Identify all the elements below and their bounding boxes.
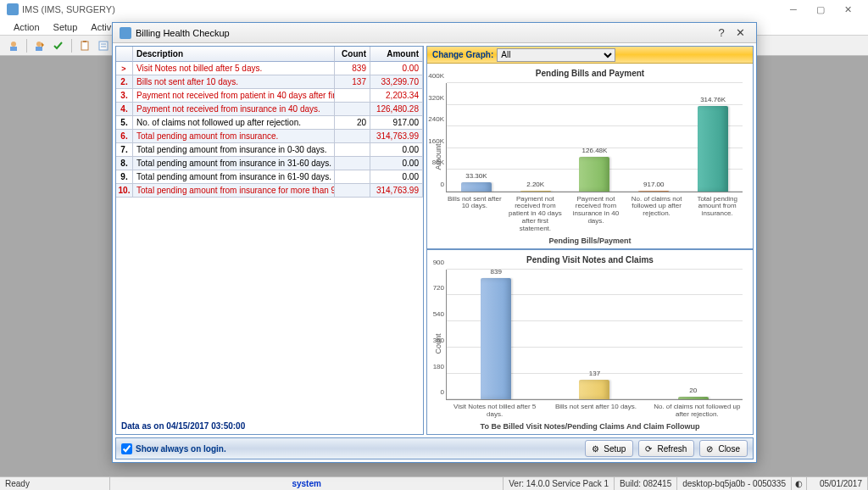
app-icon (7, 3, 19, 15)
check-icon[interactable] (50, 38, 67, 53)
chart-bar: 20 (644, 270, 743, 400)
show-always-label: Show always on login. (136, 444, 226, 454)
chart-bar: 33.30K (447, 83, 506, 192)
svg-rect-3 (36, 47, 42, 51)
bar-value-label: 137 (589, 370, 600, 377)
close-footer-button[interactable]: ⊘ Close (699, 440, 748, 457)
row-description: Visit Notes not billed after 5 days. (133, 62, 335, 75)
y-axis-label: Amount (432, 80, 444, 235)
row-number: 6. (116, 130, 133, 143)
row-amount: 126,480.28 (370, 103, 423, 116)
change-graph-select[interactable]: All (497, 48, 615, 62)
statusbar: Ready system Ver: 14.0.0 Service Pack 1 … (0, 476, 868, 490)
row-description: No. of claims not followed up after reje… (133, 116, 335, 130)
menu-setup[interactable]: Setup (47, 22, 85, 32)
dialog-titlebar[interactable]: Billing Health Checkup ? ✕ (113, 23, 756, 43)
col-header-amount[interactable]: Amount (370, 47, 423, 62)
change-graph-label: Change Graph: (432, 50, 493, 59)
refresh-icon: ⟳ (643, 443, 654, 454)
row-description: Payment not received from patient in 40 … (133, 89, 335, 103)
table-row[interactable]: 9.Total pending amount from insurance in… (116, 170, 423, 184)
bar-value-label: 33.30K (465, 172, 487, 180)
col-header-count[interactable]: Count (335, 47, 370, 62)
table-row[interactable]: 3.Payment not received from patient in 4… (116, 89, 423, 103)
chart-bar: 137 (545, 270, 643, 400)
row-amount: 314,763.99 (370, 130, 423, 143)
svg-rect-4 (81, 42, 88, 50)
bar-value-label: 917.00 (643, 181, 664, 188)
refresh-button-label: Refresh (657, 444, 687, 454)
main-titlebar: IMS (IMS, SURGERY) ─ ▢ ✕ (0, 0, 868, 19)
x-category-label: No. of claims not followed up after reje… (626, 194, 687, 235)
row-amount: 33,299.70 (370, 75, 423, 89)
table-row[interactable]: 5.No. of claims not followed up after re… (116, 116, 423, 130)
show-always-on-login-checkbox[interactable]: Show always on login. (121, 443, 226, 454)
bar-value-label: 126.48K (582, 147, 608, 154)
col-header-num[interactable] (116, 47, 133, 62)
row-amount: 0.00 (370, 143, 423, 157)
chart-title: Pending Bills and Payment (432, 69, 748, 78)
close-icon: ⊘ (704, 443, 715, 454)
table-row[interactable]: 7.Total pending amount from insurance in… (116, 143, 423, 157)
row-description: Total pending amount from insurance in 6… (133, 170, 335, 184)
x-category-label: Total pending amount from insurance. (687, 194, 748, 235)
table-row[interactable]: 4.Payment not received from insurance in… (116, 103, 423, 116)
row-amount: 0.00 (370, 62, 423, 75)
row-count (335, 103, 370, 116)
sheet-icon[interactable] (95, 38, 112, 53)
window-title: IMS (IMS, SURGERY) (22, 4, 115, 14)
chart-bar: 839 (447, 270, 545, 400)
setup-button[interactable]: ⚙ Setup (585, 440, 633, 457)
chart-bar: 314.76K (683, 83, 743, 192)
row-number: 8. (116, 157, 133, 170)
chart-subtitle: Pending Bills/Payment (432, 237, 748, 245)
svg-rect-1 (10, 47, 17, 51)
billing-health-checkup-dialog: Billing Health Checkup ? ✕ Description C… (112, 22, 757, 463)
dialog-close-button[interactable]: ✕ (731, 25, 749, 41)
setup-button-label: Setup (604, 444, 626, 454)
row-description: Payment not received from insurance in 4… (133, 103, 335, 116)
row-count: 20 (335, 116, 370, 130)
chart-plot: 080K160K240K320K400K33.30K2.20K126.48K91… (446, 83, 743, 192)
bar-value-label: 839 (490, 268, 501, 276)
table-row[interactable]: >Visit Notes not billed after 5 days.839… (116, 62, 423, 75)
patient-edit-icon[interactable] (31, 38, 48, 53)
dialog-help-button[interactable]: ? (712, 25, 731, 41)
table-row[interactable]: 8.Total pending amount from insurance in… (116, 157, 423, 170)
x-category-label: Visit Notes not billed after 5 days. (444, 402, 545, 420)
row-description: Bills not sent after 10 days. (133, 75, 335, 89)
row-amount: 917.00 (370, 116, 423, 130)
patient-icon[interactable] (5, 38, 22, 53)
row-count (335, 157, 370, 170)
table-row[interactable]: 2.Bills not sent after 10 days.13733,299… (116, 75, 423, 89)
row-number: 5. (116, 116, 133, 130)
dialog-title: Billing Health Checkup (136, 28, 230, 38)
bar-value-label: 314.76K (700, 96, 726, 103)
row-count: 839 (335, 62, 370, 75)
status-date: 05/01/2017 (807, 477, 868, 490)
status-ready: Ready (0, 477, 110, 490)
chart-bar: 2.20K (506, 83, 565, 192)
row-number: 4. (116, 103, 133, 116)
charts-container: Pending Bills and PaymentAmount080K160K2… (427, 64, 753, 434)
svg-rect-6 (99, 42, 108, 50)
svg-rect-5 (83, 41, 86, 42)
menu-action[interactable]: Action (7, 22, 47, 32)
clipboard-icon[interactable] (76, 38, 93, 53)
row-count: 137 (335, 75, 370, 89)
show-always-checkbox-input[interactable] (121, 443, 132, 454)
col-header-description[interactable]: Description (133, 47, 335, 62)
row-description: Total pending amount from insurance in 0… (133, 143, 335, 157)
row-amount: 2,203.34 (370, 89, 423, 103)
x-category-label: No. of claims not followed up after reje… (647, 402, 748, 420)
close-button[interactable]: ✕ (834, 0, 861, 19)
refresh-button[interactable]: ⟳ Refresh (638, 440, 694, 457)
table-row[interactable]: 6.Total pending amount from insurance.31… (116, 130, 423, 143)
minimize-button[interactable]: ─ (780, 0, 807, 19)
table-row[interactable]: 10.Total pending amount from insurance f… (116, 184, 423, 198)
row-count (335, 130, 370, 143)
row-amount: 314,763.99 (370, 184, 423, 198)
dialog-icon (120, 27, 131, 39)
maximize-button[interactable]: ▢ (807, 0, 834, 19)
x-category-label: Bills not sent after 10 days. (545, 402, 646, 420)
